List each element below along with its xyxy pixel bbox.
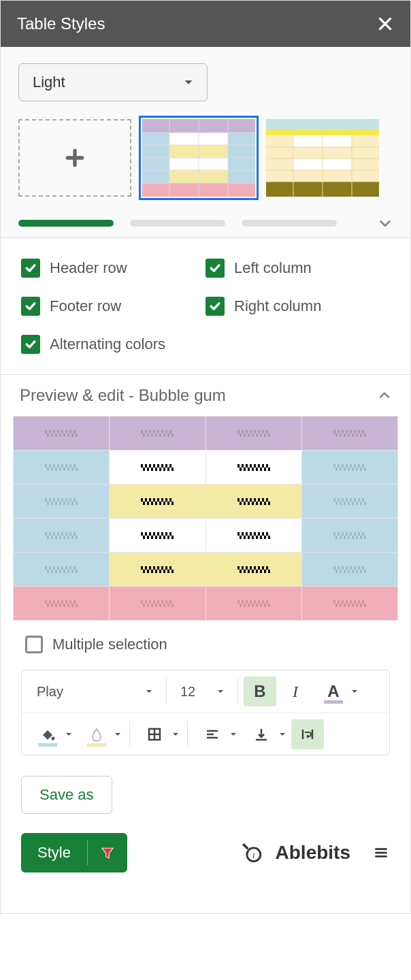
alternating-colors-checkbox[interactable]: Alternating colors <box>21 335 206 354</box>
template-category-dropdown[interactable]: Light <box>18 63 208 101</box>
template-thumbnail-2[interactable] <box>266 119 379 197</box>
preview-body-cell[interactable] <box>206 485 301 519</box>
preview-body-cell[interactable] <box>206 451 301 485</box>
checkbox-label: Right column <box>234 297 321 315</box>
info-button[interactable]: i <box>240 841 263 864</box>
separator <box>187 721 188 747</box>
plus-icon <box>64 147 86 169</box>
left-column-checkbox[interactable]: Left column <box>206 259 390 278</box>
preview-footer-cell[interactable] <box>206 587 301 621</box>
italic-icon: I <box>293 683 298 701</box>
preview-left-cell[interactable] <box>14 485 110 519</box>
preview-footer-cell[interactable] <box>301 587 397 621</box>
preview-left-cell[interactable] <box>14 519 110 553</box>
bold-icon: B <box>254 682 265 701</box>
text-color-icon: A <box>327 682 339 701</box>
checkbox-label: Header row <box>50 259 127 277</box>
funnel-icon <box>100 845 115 860</box>
preview-left-cell[interactable] <box>14 451 110 485</box>
italic-button[interactable]: I <box>279 676 312 706</box>
table-parts-section: Header row Left column Footer row Right … <box>1 238 410 375</box>
close-icon <box>376 15 394 33</box>
apply-style-button[interactable]: Style <box>21 833 127 872</box>
preview-body-cell[interactable] <box>110 451 206 485</box>
template-chooser-section: Light <box>1 47 410 238</box>
align-left-icon <box>204 726 220 742</box>
formatting-toolbar: Play 12 B I A <box>21 670 390 755</box>
page-indicator-1[interactable] <box>18 220 114 227</box>
paint-drop-icon <box>88 726 105 742</box>
vertical-align-dropdown[interactable] <box>242 719 289 749</box>
separator <box>129 721 130 747</box>
dropdown-value: Light <box>33 74 65 91</box>
preview-body-cell[interactable] <box>110 485 206 519</box>
font-family-dropdown[interactable]: Play <box>29 684 161 700</box>
template-thumbnail-bubble-gum[interactable] <box>142 119 255 197</box>
checkmark-icon <box>24 299 37 313</box>
expand-gallery-button[interactable] <box>378 216 393 231</box>
horizontal-align-dropdown[interactable] <box>193 719 240 749</box>
button-label: Save as <box>39 786 94 804</box>
preview-body-cell[interactable] <box>206 519 301 553</box>
table-styles-panel: Table Styles Light <box>0 0 411 914</box>
multiple-selection-checkbox[interactable]: Multiple selection <box>1 621 410 653</box>
chevron-down-icon <box>217 688 224 695</box>
panel-header: Table Styles <box>1 1 410 47</box>
checkmark-icon <box>24 338 37 351</box>
page-indicator-3[interactable] <box>242 220 337 227</box>
preview-right-cell[interactable] <box>301 553 397 587</box>
close-button[interactable] <box>376 15 394 33</box>
add-template-button[interactable] <box>18 119 131 197</box>
preview-header-toggle[interactable]: Preview & edit - Bubble gum <box>1 386 410 416</box>
menu-button[interactable] <box>372 844 390 862</box>
chevron-down-icon <box>279 731 286 738</box>
chevron-down-icon <box>114 731 121 738</box>
preview-left-cell[interactable] <box>14 553 110 587</box>
right-column-checkbox[interactable]: Right column <box>206 297 390 316</box>
preview-right-cell[interactable] <box>301 451 397 485</box>
bold-button[interactable]: B <box>244 676 276 706</box>
preview-header-cell[interactable] <box>110 416 206 451</box>
align-bottom-icon <box>253 726 269 742</box>
preview-footer-cell[interactable] <box>14 587 110 621</box>
preview-right-cell[interactable] <box>301 519 397 553</box>
preview-table: Left column <box>1 416 410 621</box>
text-wrap-button[interactable] <box>291 719 324 749</box>
separator <box>166 679 167 704</box>
save-as-button[interactable]: Save as <box>21 776 112 814</box>
chevron-down-icon <box>230 731 237 738</box>
svg-rect-16 <box>266 119 379 130</box>
fill-color-dropdown[interactable] <box>29 719 75 749</box>
text-color-dropdown[interactable]: A <box>314 676 361 706</box>
header-row-checkbox[interactable]: Header row <box>21 259 206 278</box>
paint-bucket-icon <box>39 726 56 742</box>
preview-header-cell[interactable] <box>206 416 301 451</box>
chevron-down-icon <box>351 688 358 695</box>
preview-footer-cell[interactable] <box>110 587 206 621</box>
page-indicator-2[interactable] <box>130 220 225 227</box>
borders-dropdown[interactable] <box>135 719 182 749</box>
font-family-value: Play <box>37 684 63 700</box>
footer-row-checkbox[interactable]: Footer row <box>21 297 206 316</box>
checkbox-empty-icon <box>25 636 43 653</box>
svg-line-42 <box>243 844 248 849</box>
preview-header-cell[interactable] <box>301 416 397 451</box>
preview-header-cell[interactable] <box>14 416 110 451</box>
preview-right-cell[interactable] <box>301 485 397 519</box>
accent-color-dropdown[interactable] <box>78 719 124 749</box>
preview-body-cell[interactable] <box>206 553 301 587</box>
thumbnail-preview-icon <box>142 119 255 197</box>
preview-body-cell[interactable] <box>110 553 206 587</box>
info-search-icon: i <box>240 841 263 864</box>
chevron-down-icon <box>146 688 152 695</box>
preview-body-cell[interactable] <box>110 519 206 553</box>
style-filter-dropdown[interactable] <box>88 845 127 860</box>
button-label: Style <box>21 844 87 862</box>
brand-label: Ablebits <box>276 842 350 864</box>
chevron-down-icon <box>378 216 393 231</box>
font-size-dropdown[interactable]: 12 <box>172 684 232 700</box>
svg-point-31 <box>52 736 55 740</box>
checkbox-label: Multiple selection <box>52 636 167 653</box>
font-size-value: 12 <box>180 684 195 700</box>
color-swatch <box>38 743 57 747</box>
